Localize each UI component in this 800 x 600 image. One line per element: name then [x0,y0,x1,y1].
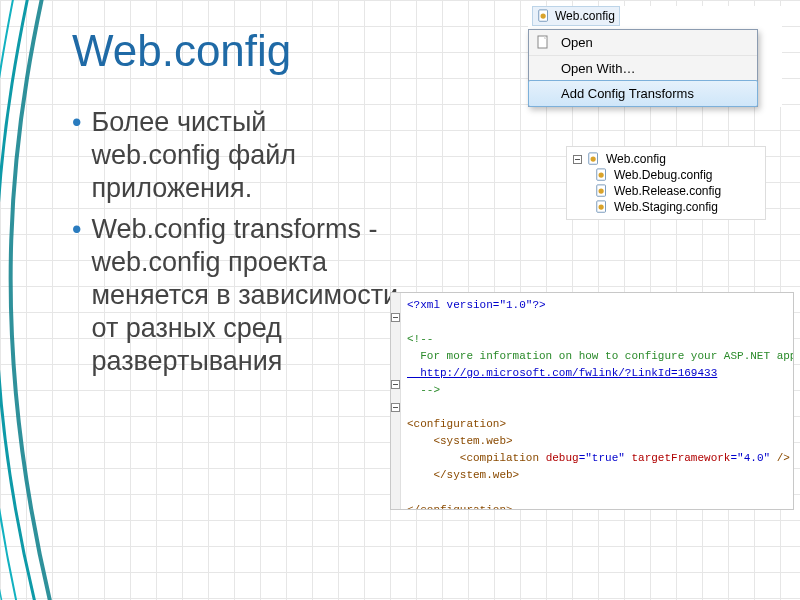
tree-root-web-config[interactable]: Web.config [569,151,763,167]
svg-point-6 [599,172,604,177]
solution-tree: Web.config Web.Debug.config Web.Release.… [566,146,766,220]
code-line: <compilation debug="true" targetFramewor… [407,450,794,467]
fold-toggle-icon[interactable] [391,313,400,322]
tree-item-staging[interactable]: Web.Staging.config [569,199,763,215]
code-line: http://go.microsoft.com/fwlink/?LinkId=1… [407,365,794,382]
tree-label: Web.Release.config [614,184,721,198]
menu-item-label: Open With… [561,61,635,76]
config-file-icon [595,168,609,182]
code-line: <configuration> [407,416,794,433]
menu-item-label: Open [561,35,593,50]
code-line: <?xml version="1.0"?> [407,297,794,314]
code-line [407,314,794,331]
tree-item-debug[interactable]: Web.Debug.config [569,167,763,183]
context-menu: Open Open With… Add Config Transforms [528,29,758,107]
bullet-text: Более чистый web.config файл приложения. [91,106,402,205]
expand-toggle-icon[interactable] [573,155,582,164]
bullet-dot: • [72,106,81,205]
file-node-web-config[interactable]: Web.config [532,6,620,26]
code-line: <system.web> [407,433,794,450]
bullet-dot: • [72,213,81,378]
svg-point-4 [591,156,596,161]
config-file-icon [595,200,609,214]
bullet-text: Web.config transforms - web.config проек… [91,213,402,378]
tree-label: Web.Debug.config [614,168,713,182]
code-line: </configuration> [407,502,794,510]
code-line: <!-- [407,331,794,348]
code-gutter [391,293,401,509]
menu-item-open-with[interactable]: Open With… [529,55,757,81]
tree-label: Web.config [606,152,666,166]
svg-point-8 [599,188,604,193]
svg-point-10 [599,204,604,209]
config-file-icon [537,9,551,23]
tree-item-release[interactable]: Web.Release.config [569,183,763,199]
fold-toggle-icon[interactable] [391,403,400,412]
code-line: </system.web> [407,467,794,484]
code-body[interactable]: <?xml version="1.0"?> <!-- For more info… [401,293,794,509]
code-line [407,399,794,416]
menu-item-label: Add Config Transforms [561,86,694,101]
config-file-icon [595,184,609,198]
bullet-list: •Более чистый web.config файл приложения… [72,106,402,378]
menu-item-add-config-transforms[interactable]: Add Config Transforms [528,80,758,107]
code-line: For more information on how to configure… [407,348,794,365]
code-line: --> [407,382,794,399]
fold-toggle-icon[interactable] [391,380,400,389]
context-menu-screenshot: Web.config Open Open With… Add Config Tr… [528,6,782,107]
file-label: Web.config [555,9,615,23]
tree-label: Web.Staging.config [614,200,718,214]
open-blank-icon [535,34,551,50]
code-line [407,485,794,502]
menu-item-open[interactable]: Open [529,30,757,55]
code-editor: <?xml version="1.0"?> <!-- For more info… [390,292,794,510]
config-file-icon [587,152,601,166]
svg-point-1 [541,13,546,18]
